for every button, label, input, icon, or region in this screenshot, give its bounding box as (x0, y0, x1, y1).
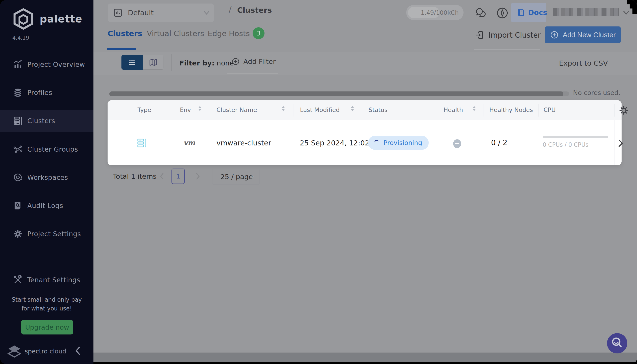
sidebar-item-project-settings[interactable]: Project Settings (0, 223, 94, 245)
healthy-nodes-cell: 0 / 2 (491, 138, 507, 147)
sidebar-item-tenant-settings[interactable]: Tenant Settings (0, 269, 94, 291)
sidebar-footer: spectro cloud (0, 341, 94, 364)
sort-health-icon[interactable] (473, 106, 476, 114)
project-chart-icon (113, 8, 123, 18)
sidebar-item-workspaces[interactable]: Workspaces (0, 166, 94, 188)
list-view-icon (127, 58, 137, 67)
clusters-icon (13, 116, 23, 126)
import-icon (475, 30, 484, 40)
column-header-status: Status (369, 106, 387, 113)
column-header-healthy-nodes: Healthy Nodes (489, 106, 533, 113)
page-size-select[interactable]: 25 / page (212, 168, 260, 185)
user-menu-redacted-name[interactable] (553, 8, 619, 16)
spectro-text: spectro (25, 348, 48, 355)
cloud-text: cloud (50, 348, 66, 355)
sort-cluster-name-icon[interactable] (282, 106, 285, 114)
sidebar-item-label: Project Overview (27, 60, 85, 68)
import-cluster-button[interactable]: Import Cluster (475, 27, 541, 43)
column-header-env[interactable]: Env (180, 106, 191, 113)
sidebar: palette 4.4.19 Project Overview Profiles (0, 0, 94, 364)
active-tab-underline (107, 48, 136, 50)
status-badge: Provisioning (368, 136, 429, 150)
promo-line-2: for what you use! (0, 304, 94, 313)
tab-clusters[interactable]: Clusters (108, 29, 142, 38)
filter-by-text: Filter by: none (179, 59, 234, 67)
sort-env-icon[interactable] (198, 106, 202, 114)
map-view-button[interactable] (143, 55, 164, 70)
import-cluster-underline (474, 49, 540, 50)
app-window: palette 4.4.19 Project Overview Profiles (0, 0, 637, 364)
project-selector-value: Default (128, 8, 154, 17)
brand-name: palette (40, 13, 82, 25)
sidebar-item-label: Cluster Groups (27, 146, 78, 153)
user-menu-chevron-icon[interactable] (622, 10, 630, 16)
pagination-prev-icon[interactable] (159, 173, 165, 180)
upgrade-promo: Start small and only pay for what you us… (0, 295, 94, 313)
column-divider (168, 104, 168, 116)
add-new-cluster-label: Add New Cluster (563, 31, 616, 39)
clusters-table: Type Env Cluster Name Last Modified Stat… (108, 100, 621, 165)
column-divider (210, 104, 210, 116)
list-view-button[interactable] (122, 55, 143, 70)
footer-bar (94, 352, 637, 362)
column-header-last-modified[interactable]: Last Modified (300, 106, 340, 113)
spectro-cloud-wordmark: spectro cloud (25, 348, 66, 355)
orbit-icon (13, 172, 23, 182)
edge-hosts-count-badge: 3 (253, 27, 265, 39)
feedback-chat-icon[interactable] (473, 6, 487, 20)
map-view-icon (148, 58, 158, 67)
view-mode-toggle (122, 55, 164, 70)
pagination-next-icon[interactable] (195, 173, 201, 180)
add-filter-label: Add Filter (243, 58, 276, 66)
plus-circle-icon (231, 57, 240, 66)
main-content: Default / Clusters 1.49/100kCh (94, 0, 637, 362)
column-divider (614, 104, 615, 116)
plus-circle-icon (550, 30, 559, 39)
palette-logo-icon (12, 8, 35, 30)
collapse-sidebar-icon[interactable] (74, 346, 83, 356)
cores-used-note: No cores used. (573, 89, 620, 96)
column-divider (538, 104, 538, 116)
gear-icon (13, 229, 23, 239)
row-expand-chevron-icon[interactable] (617, 139, 625, 148)
pagination-total: Total 1 items (113, 172, 157, 180)
feedback-widget-button[interactable] (607, 333, 627, 354)
cpu-usage-bar (543, 136, 608, 138)
sort-last-modified-icon[interactable] (351, 106, 354, 114)
env-vmware-logo: vm (183, 139, 195, 147)
docs-button[interactable]: Docs (511, 3, 546, 22)
project-selector[interactable]: Default (108, 4, 214, 22)
cpu-usage-label: 0 CPUs / 0 CPUs (543, 142, 588, 148)
tab-virtual-clusters[interactable]: Virtual Clusters (147, 29, 204, 38)
filter-by-value: none (217, 59, 234, 67)
tab-edge-hosts[interactable]: Edge Hosts (208, 29, 250, 38)
sidebar-item-project-overview[interactable]: Project Overview (0, 53, 94, 75)
column-header-cluster-name[interactable]: Cluster Name (216, 106, 257, 113)
table-settings-gear-icon[interactable] (619, 106, 629, 115)
import-cluster-label: Import Cluster (488, 31, 541, 40)
network-icon (13, 144, 23, 154)
column-header-health[interactable]: Health (443, 106, 463, 113)
table-row[interactable]: vm vmware-cluster 25 Sep 2024, 12:02 Pro… (108, 120, 621, 165)
add-new-cluster-button[interactable]: Add New Cluster (545, 26, 621, 43)
table-header: Type Env Cluster Name Last Modified Stat… (108, 100, 621, 120)
upgrade-now-button[interactable]: Upgrade now (21, 320, 73, 334)
health-unknown-icon (453, 139, 461, 148)
column-header-type: Type (138, 106, 151, 113)
column-divider (294, 104, 294, 116)
sidebar-item-clusters[interactable]: Clusters (0, 110, 94, 132)
compass-icon[interactable] (495, 6, 509, 20)
sidebar-item-profiles[interactable]: Profiles (0, 82, 94, 104)
page-size-value: 25 / page (220, 173, 253, 181)
add-filter-underline (227, 73, 278, 74)
audit-log-icon (13, 200, 23, 211)
add-filter-button[interactable]: Add Filter (231, 57, 276, 66)
sidebar-item-audit-logs[interactable]: Audit Logs (0, 194, 94, 216)
toolbar-divider (172, 54, 172, 71)
filter-by-label: Filter by: (179, 59, 215, 67)
export-to-csv-button[interactable]: Export to CSV (559, 59, 608, 68)
sidebar-item-label: Profiles (27, 89, 52, 96)
sidebar-item-cluster-groups[interactable]: Cluster Groups (0, 138, 94, 160)
pagination-page-1[interactable]: 1 (172, 168, 185, 184)
scrollbar-thumb[interactable] (109, 92, 563, 96)
